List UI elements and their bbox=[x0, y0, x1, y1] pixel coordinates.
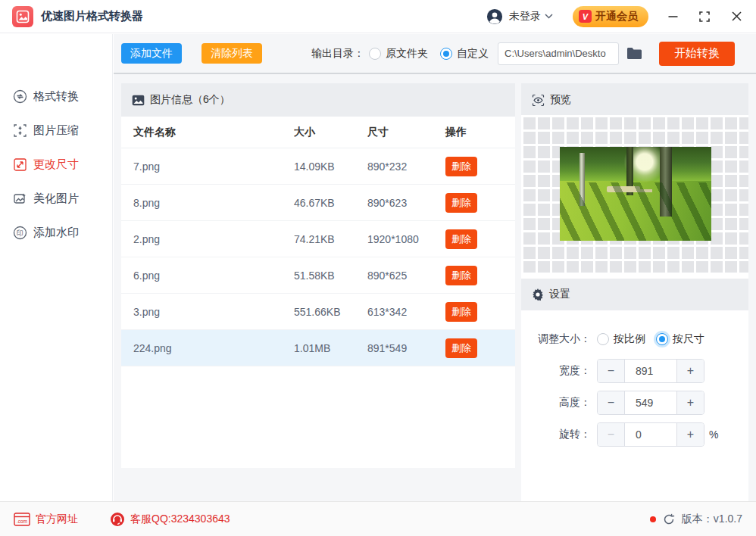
rotate-input[interactable] bbox=[625, 423, 676, 446]
sidebar-item-resize[interactable]: 更改尺寸 bbox=[0, 148, 112, 182]
height-input[interactable] bbox=[625, 391, 676, 414]
start-convert-button[interactable]: 开始转换 bbox=[659, 42, 735, 66]
column-size: 大小 bbox=[294, 126, 367, 139]
width-stepper: − + bbox=[597, 359, 704, 383]
width-input[interactable] bbox=[625, 360, 676, 382]
delete-button[interactable]: 删除 bbox=[445, 338, 477, 358]
website-icon: .com bbox=[14, 513, 30, 526]
output-path-input[interactable] bbox=[498, 42, 619, 65]
sidebar-item-label: 美化图片 bbox=[33, 192, 79, 206]
output-dir-label: 输出目录： bbox=[311, 47, 364, 61]
operation-cell: 删除 bbox=[445, 193, 515, 213]
user-avatar-icon[interactable] bbox=[486, 8, 503, 25]
file-panel-title: 图片信息（6个） bbox=[150, 93, 230, 107]
operation-cell: 删除 bbox=[445, 266, 515, 285]
size: 46.67KB bbox=[294, 197, 367, 209]
width-decrease-button[interactable]: − bbox=[598, 360, 625, 382]
maximize-button[interactable] bbox=[697, 9, 712, 24]
preview-title: 预览 bbox=[550, 93, 571, 107]
name: 2.png bbox=[121, 233, 294, 245]
footer-bar: .com 官方网址 客服QQ:3234303643 版本：v1.0.7 bbox=[0, 501, 756, 536]
table-row[interactable]: 3.png551.66KB613*342删除 bbox=[121, 294, 515, 330]
sidebar-item-image-compress[interactable]: 图片压缩 bbox=[0, 114, 112, 148]
main-content: 添加文件 清除列表 输出目录： 原文件夹 自定义 开始转换 图片信息（6个） 文… bbox=[114, 34, 756, 501]
open-vip-button[interactable]: V 开通会员 bbox=[573, 6, 648, 27]
radio-by-size-label[interactable]: 按尺寸 bbox=[673, 332, 704, 346]
table-row[interactable]: 7.png14.09KB890*232删除 bbox=[121, 148, 515, 185]
delete-button[interactable]: 删除 bbox=[445, 157, 477, 176]
customer-service-icon bbox=[110, 512, 125, 527]
delete-button[interactable]: 删除 bbox=[445, 266, 477, 285]
clear-list-button[interactable]: 清除列表 bbox=[201, 43, 262, 64]
radio-by-ratio-label[interactable]: 按比例 bbox=[614, 332, 645, 346]
version-label: 版本：v1.0.7 bbox=[682, 513, 742, 526]
rotate-stepper: − + bbox=[597, 422, 704, 447]
login-status[interactable]: 未登录 bbox=[509, 10, 541, 23]
add-watermark-icon: 印 bbox=[13, 226, 27, 240]
rotate-unit-label: % bbox=[709, 428, 718, 441]
table-row[interactable]: 8.png46.67KB890*623删除 bbox=[121, 185, 515, 221]
app-title: 优速图片格式转换器 bbox=[41, 9, 143, 23]
table-row[interactable]: 2.png74.21KB1920*1080删除 bbox=[121, 221, 515, 257]
gear-icon bbox=[532, 288, 544, 301]
customer-service-label: 客服QQ:3234303643 bbox=[130, 513, 230, 526]
sidebar-item-format-convert[interactable]: 格式转换 bbox=[0, 79, 112, 114]
sidebar: 格式转换 图片压缩 更改尺寸 美化图片 印 添加水印 bbox=[0, 34, 113, 501]
refresh-icon[interactable] bbox=[663, 513, 675, 525]
vip-button-label: 开通会员 bbox=[595, 10, 638, 23]
app-logo-icon bbox=[12, 6, 33, 27]
radio-by-size[interactable] bbox=[656, 333, 668, 345]
width-increase-button[interactable]: + bbox=[676, 360, 704, 382]
add-files-button[interactable]: 添加文件 bbox=[121, 43, 182, 64]
operation-cell: 删除 bbox=[445, 338, 515, 358]
width-label: 宽度： bbox=[521, 364, 597, 378]
dimensions: 890*623 bbox=[367, 197, 445, 209]
settings-body: 调整大小： 按比例 按尺寸 宽度： − + 高度： − + bbox=[521, 310, 748, 501]
delete-button[interactable]: 删除 bbox=[445, 229, 477, 249]
size: 14.09KB bbox=[294, 160, 367, 173]
rotate-increase-button[interactable]: + bbox=[676, 423, 704, 446]
dimensions: 890*232 bbox=[367, 160, 445, 173]
height-increase-button[interactable]: + bbox=[676, 391, 704, 414]
table-row[interactable]: 6.png51.58KB890*625删除 bbox=[121, 257, 515, 294]
sidebar-item-label: 更改尺寸 bbox=[33, 157, 79, 172]
dimensions: 613*342 bbox=[367, 306, 445, 318]
radio-original-folder-label[interactable]: 原文件夹 bbox=[386, 47, 428, 61]
name: 8.png bbox=[121, 197, 294, 209]
column-operation: 操作 bbox=[445, 126, 515, 139]
delete-button[interactable]: 删除 bbox=[445, 193, 477, 213]
customer-service-link[interactable]: 客服QQ:3234303643 bbox=[110, 512, 230, 527]
minimize-button[interactable] bbox=[665, 9, 680, 24]
file-list-panel: 图片信息（6个） 文件名称 大小 尺寸 操作 7.png14.09KB890*2… bbox=[121, 83, 515, 468]
delete-button[interactable]: 删除 bbox=[445, 302, 477, 322]
resize-icon bbox=[13, 157, 27, 172]
height-decrease-button[interactable]: − bbox=[598, 391, 625, 414]
radio-custom-label[interactable]: 自定义 bbox=[457, 47, 489, 61]
dimensions: 890*625 bbox=[367, 270, 445, 282]
operation-cell: 删除 bbox=[445, 229, 515, 249]
settings-header: 设置 bbox=[521, 279, 748, 310]
radio-original-folder[interactable] bbox=[369, 48, 381, 60]
rotate-decrease-button[interactable]: − bbox=[598, 423, 625, 446]
svg-text:.com: .com bbox=[17, 519, 27, 524]
file-panel-header: 图片信息（6个） bbox=[121, 83, 515, 117]
radio-by-ratio[interactable] bbox=[597, 333, 609, 345]
name: 224.png bbox=[121, 342, 294, 354]
table-header: 文件名称 大小 尺寸 操作 bbox=[121, 117, 515, 148]
dimensions: 1920*1080 bbox=[367, 233, 445, 245]
table-row[interactable]: 224.png1.01MB891*549删除 bbox=[121, 330, 515, 366]
radio-custom[interactable] bbox=[440, 48, 452, 60]
size: 1.01MB bbox=[294, 342, 367, 354]
height-stepper: − + bbox=[597, 391, 704, 415]
sidebar-item-beautify[interactable]: 美化图片 bbox=[0, 182, 112, 216]
official-website-link[interactable]: .com 官方网址 bbox=[14, 513, 78, 526]
column-dimensions: 尺寸 bbox=[367, 126, 445, 139]
browse-folder-icon[interactable] bbox=[626, 47, 642, 60]
right-panel: 预览 设置 调整大小： 按比例 按尺寸 宽度： bbox=[521, 83, 748, 501]
close-button[interactable] bbox=[729, 9, 744, 24]
title-bar: 优速图片格式转换器 未登录 V 开通会员 bbox=[0, 0, 756, 33]
name: 3.png bbox=[121, 306, 294, 318]
chevron-down-icon[interactable] bbox=[545, 14, 553, 19]
image-compress-icon bbox=[13, 123, 27, 138]
sidebar-item-watermark[interactable]: 印 添加水印 bbox=[0, 216, 112, 250]
